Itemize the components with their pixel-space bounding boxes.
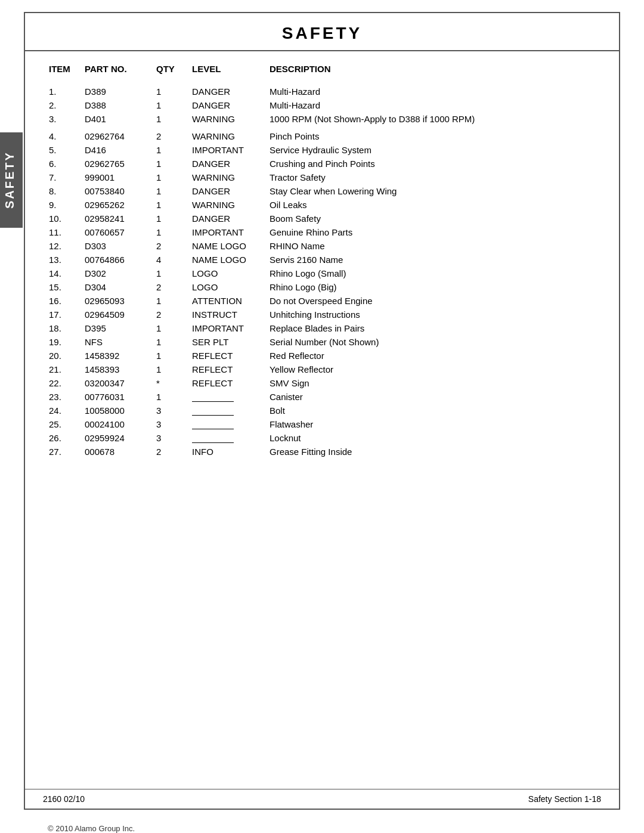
cell-desc: Boom Safety	[270, 212, 601, 225]
cell-part: 00776031	[85, 390, 156, 404]
cell-part: D389	[85, 85, 156, 98]
cell-level	[192, 404, 270, 417]
cell-item: 16.	[49, 294, 85, 308]
cell-level	[192, 431, 270, 445]
side-tab-label: SAFETY	[3, 151, 17, 209]
cell-desc: Multi-Hazard	[270, 85, 601, 98]
table-row: 19. NFS 1 SER PLT Serial Number (Not Sho…	[49, 335, 601, 349]
cell-part: 02962764	[85, 129, 156, 143]
table-row: 13. 00764866 4 NAME LOGO Servis 2160 Nam…	[49, 253, 601, 267]
cell-level: REFLECT	[192, 363, 270, 376]
cell-item: 5.	[49, 143, 85, 157]
cell-part: 1458393	[85, 363, 156, 376]
cell-part: 00753840	[85, 184, 156, 198]
cell-level	[192, 390, 270, 404]
cell-qty: 2	[156, 239, 192, 253]
table-row: 6. 02962765 1 DANGER Crushing and Pinch …	[49, 157, 601, 171]
cell-item: 15.	[49, 280, 85, 294]
table-row: 17. 02964509 2 INSTRUCT Unhitching Instr…	[49, 308, 601, 321]
cell-qty: 2	[156, 308, 192, 321]
table-row: 26. 02959924 3 Locknut	[49, 431, 601, 445]
cell-qty: 1	[156, 390, 192, 404]
cell-item: 14.	[49, 267, 85, 280]
cell-item: 3.	[49, 112, 85, 126]
cell-qty: 1	[156, 85, 192, 98]
cell-desc: Canister	[270, 390, 601, 404]
cell-qty: 1	[156, 321, 192, 335]
cell-item: 18.	[49, 321, 85, 335]
cell-qty: 1	[156, 267, 192, 280]
cell-part: 00760657	[85, 225, 156, 239]
cell-item: 17.	[49, 308, 85, 321]
cell-level: WARNING	[192, 171, 270, 184]
cell-part: 00024100	[85, 417, 156, 431]
cell-part: D416	[85, 143, 156, 157]
cell-item: 10.	[49, 212, 85, 225]
page-wrapper: SAFETY SAFETY ITEM PART NO. QTY LEVEL DE…	[24, 12, 620, 810]
cell-qty: 2	[156, 129, 192, 143]
cell-desc: Tractor Safety	[270, 171, 601, 184]
cell-level: INSTRUCT	[192, 308, 270, 321]
cell-level: DANGER	[192, 98, 270, 112]
cell-qty: 1	[156, 184, 192, 198]
cell-item: 22.	[49, 376, 85, 390]
cell-desc: Locknut	[270, 431, 601, 445]
cell-item: 13.	[49, 253, 85, 267]
col-header-level: LEVEL	[192, 60, 270, 80]
cell-desc: Red Reflector	[270, 349, 601, 363]
cell-item: 19.	[49, 335, 85, 349]
cell-level: ATTENTION	[192, 294, 270, 308]
table-row: 15. D304 2 LOGO Rhino Logo (Big)	[49, 280, 601, 294]
table-row: 1. D389 1 DANGER Multi-Hazard	[49, 85, 601, 98]
cell-part: D395	[85, 321, 156, 335]
cell-item: 1.	[49, 85, 85, 98]
cell-level: WARNING	[192, 112, 270, 126]
cell-item: 12.	[49, 239, 85, 253]
cell-desc: Bolt	[270, 404, 601, 417]
cell-part: 10058000	[85, 404, 156, 417]
table-row: 4. 02962764 2 WARNING Pinch Points	[49, 129, 601, 143]
cell-desc: Stay Clear when Lowering Wing	[270, 184, 601, 198]
cell-qty: 1	[156, 112, 192, 126]
cell-desc: Flatwasher	[270, 417, 601, 431]
cell-item: 11.	[49, 225, 85, 239]
cell-qty: 1	[156, 212, 192, 225]
cell-desc: Grease Fitting Inside	[270, 445, 601, 459]
cell-part: 02965262	[85, 198, 156, 212]
cell-part: 00764866	[85, 253, 156, 267]
cell-desc: Servis 2160 Name	[270, 253, 601, 267]
cell-qty: 4	[156, 253, 192, 267]
cell-part: D302	[85, 267, 156, 280]
side-tab: SAFETY	[0, 132, 23, 228]
cell-level: REFLECT	[192, 349, 270, 363]
page-title: SAFETY	[25, 24, 619, 43]
table-row: 10. 02958241 1 DANGER Boom Safety	[49, 212, 601, 225]
cell-qty: 3	[156, 431, 192, 445]
cell-level: SER PLT	[192, 335, 270, 349]
cell-qty: 1	[156, 157, 192, 171]
cell-level: NAME LOGO	[192, 239, 270, 253]
cell-item: 26.	[49, 431, 85, 445]
cell-qty: 1	[156, 335, 192, 349]
cell-part: 02965093	[85, 294, 156, 308]
cell-desc: Serial Number (Not Shown)	[270, 335, 601, 349]
table-row: 7. 999001 1 WARNING Tractor Safety	[49, 171, 601, 184]
cell-level: WARNING	[192, 198, 270, 212]
cell-desc: Multi-Hazard	[270, 98, 601, 112]
cell-part: D388	[85, 98, 156, 112]
cell-part: 999001	[85, 171, 156, 184]
cell-item: 7.	[49, 171, 85, 184]
cell-desc: Do not Overspeed Engine	[270, 294, 601, 308]
cell-qty: 3	[156, 417, 192, 431]
cell-part: 02959924	[85, 431, 156, 445]
cell-item: 20.	[49, 349, 85, 363]
cell-part: D304	[85, 280, 156, 294]
table-row: 12. D303 2 NAME LOGO RHINO Name	[49, 239, 601, 253]
cell-level: IMPORTANT	[192, 321, 270, 335]
cell-item: 24.	[49, 404, 85, 417]
cell-desc: SMV Sign	[270, 376, 601, 390]
cell-level: IMPORTANT	[192, 143, 270, 157]
cell-level: NAME LOGO	[192, 253, 270, 267]
cell-qty: 1	[156, 349, 192, 363]
cell-level: REFLECT	[192, 376, 270, 390]
